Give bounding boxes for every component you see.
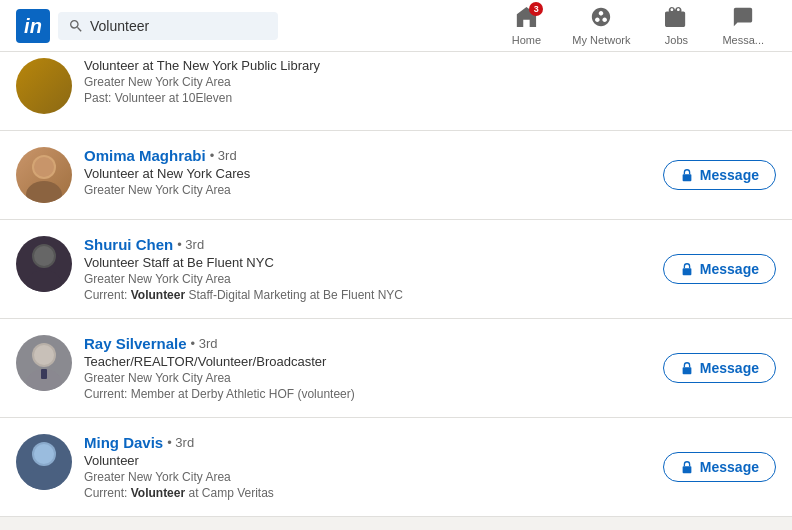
nav-jobs-label: Jobs bbox=[665, 34, 688, 46]
svg-point-15 bbox=[34, 444, 54, 464]
result-extra-label-ming: Current: bbox=[84, 486, 131, 500]
linkedin-logo[interactable]: in bbox=[16, 9, 50, 43]
home-badge: 3 bbox=[529, 2, 543, 16]
jobs-icon-wrapper bbox=[665, 6, 687, 32]
result-title-omima: Volunteer at New York Cares bbox=[84, 166, 647, 181]
result-degree-ray: • 3rd bbox=[191, 336, 218, 351]
message-label-ming: Message bbox=[700, 459, 759, 475]
nav-item-home[interactable]: 3 Home bbox=[496, 0, 556, 52]
message-label-ray: Message bbox=[700, 360, 759, 376]
result-info-ray: Ray Silvernale • 3rd Teacher/REALTOR/Vol… bbox=[84, 335, 647, 401]
search-bar bbox=[58, 12, 278, 40]
result-name-shurui[interactable]: Shurui Chen bbox=[84, 236, 173, 253]
message-label-omima: Message bbox=[700, 167, 759, 183]
result-info-shurui: Shurui Chen • 3rd Volunteer Staff at Be … bbox=[84, 236, 647, 302]
result-name-omima[interactable]: Omima Maghrabi bbox=[84, 147, 206, 164]
result-name-line-omima: Omima Maghrabi • 3rd bbox=[84, 147, 647, 164]
result-item-omima: Omima Maghrabi • 3rd Volunteer at New Yo… bbox=[0, 131, 792, 220]
result-name-line-ray: Ray Silvernale • 3rd bbox=[84, 335, 647, 352]
result-title-ming: Volunteer bbox=[84, 453, 647, 468]
result-extra-shurui: Current: Volunteer Staff-Digital Marketi… bbox=[84, 288, 647, 302]
result-extra-label-ray: Current: bbox=[84, 387, 131, 401]
nav-item-my-network[interactable]: My Network bbox=[560, 0, 642, 52]
nav-home-label: Home bbox=[512, 34, 541, 46]
nav-messaging-label: Messa... bbox=[722, 34, 764, 46]
result-item-ray: Ray Silvernale • 3rd Teacher/REALTOR/Vol… bbox=[0, 319, 792, 418]
result-extra-label-shurui: Current: bbox=[84, 288, 131, 302]
result-info-omima: Omima Maghrabi • 3rd Volunteer at New Yo… bbox=[84, 147, 647, 199]
svg-point-2 bbox=[34, 157, 54, 177]
avatar-omima[interactable] bbox=[16, 147, 72, 203]
nav-items: 3 Home My Network Jobs bbox=[496, 0, 776, 52]
svg-rect-16 bbox=[682, 466, 691, 473]
jobs-icon bbox=[665, 6, 687, 28]
result-location-ray: Greater New York City Area bbox=[84, 371, 647, 385]
result-location-shurui: Greater New York City Area bbox=[84, 272, 647, 286]
lock-icon-ming bbox=[680, 460, 694, 474]
result-extra-value: Volunteer at 10Eleven bbox=[115, 91, 232, 105]
message-button-ray[interactable]: Message bbox=[663, 353, 776, 383]
navbar: in 3 Home My Network bbox=[0, 0, 792, 52]
result-name-ray[interactable]: Ray Silvernale bbox=[84, 335, 187, 352]
nav-network-label: My Network bbox=[572, 34, 630, 46]
lock-icon-shurui bbox=[680, 262, 694, 276]
avatar-shurui[interactable] bbox=[16, 236, 72, 292]
result-name-line-ming: Ming Davis • 3rd bbox=[84, 434, 647, 451]
logo-letter: in bbox=[24, 16, 42, 36]
lock-icon-omima bbox=[680, 168, 694, 182]
search-input[interactable] bbox=[90, 18, 268, 34]
result-extra-ming: Current: Volunteer at Camp Veritas bbox=[84, 486, 647, 500]
avatar-ming[interactable] bbox=[16, 434, 72, 490]
avatar-image-shurui bbox=[16, 236, 72, 292]
result-item-partial: Volunteer at The New York Public Library… bbox=[0, 52, 792, 131]
result-title-shurui: Volunteer Staff at Be Fluent NYC bbox=[84, 255, 647, 270]
result-item-shurui: Shurui Chen • 3rd Volunteer Staff at Be … bbox=[0, 220, 792, 319]
svg-rect-7 bbox=[682, 268, 691, 275]
result-extra-value-ming: at Camp Veritas bbox=[185, 486, 274, 500]
result-extra-partial: Past: Volunteer at 10Eleven bbox=[84, 91, 776, 105]
svg-point-14 bbox=[26, 468, 62, 490]
result-extra-value-ray: Member at Derby Athletic HOF (volunteer) bbox=[131, 387, 355, 401]
network-icon-wrapper bbox=[590, 6, 612, 32]
result-extra-label: Past: bbox=[84, 91, 115, 105]
result-degree-ming: • 3rd bbox=[167, 435, 194, 450]
avatar-image-ming bbox=[16, 434, 72, 490]
result-extra-bold-shurui: Volunteer bbox=[131, 288, 185, 302]
svg-rect-3 bbox=[682, 174, 691, 181]
avatar-image-omima bbox=[16, 147, 72, 203]
result-item-ming: Ming Davis • 3rd Volunteer Greater New Y… bbox=[0, 418, 792, 517]
result-extra-bold-ming: Volunteer bbox=[131, 486, 185, 500]
result-info-ming: Ming Davis • 3rd Volunteer Greater New Y… bbox=[84, 434, 647, 500]
result-extra-value-shurui: Staff-Digital Marketing at Be Fluent NYC bbox=[185, 288, 403, 302]
result-info-partial: Volunteer at The New York Public Library… bbox=[84, 58, 776, 105]
nav-item-jobs[interactable]: Jobs bbox=[646, 0, 706, 52]
svg-point-1 bbox=[26, 181, 62, 203]
result-extra-ray: Current: Member at Derby Athletic HOF (v… bbox=[84, 387, 647, 401]
svg-rect-12 bbox=[682, 367, 691, 374]
avatar-partial bbox=[16, 58, 72, 114]
result-location-partial: Greater New York City Area bbox=[84, 75, 776, 89]
result-degree-shurui: • 3rd bbox=[177, 237, 204, 252]
svg-rect-11 bbox=[41, 369, 47, 379]
messaging-icon-wrapper bbox=[732, 6, 754, 32]
svg-point-10 bbox=[34, 345, 54, 365]
search-icon bbox=[68, 18, 84, 34]
nav-item-messaging[interactable]: Messa... bbox=[710, 0, 776, 52]
home-icon-wrapper: 3 bbox=[515, 6, 537, 32]
avatar-image-ray bbox=[16, 335, 72, 391]
avatar-ray[interactable] bbox=[16, 335, 72, 391]
result-location-ming: Greater New York City Area bbox=[84, 470, 647, 484]
message-button-omima[interactable]: Message bbox=[663, 160, 776, 190]
results-container: Volunteer at The New York Public Library… bbox=[0, 52, 792, 517]
svg-point-5 bbox=[26, 270, 62, 292]
result-degree-omima: • 3rd bbox=[210, 148, 237, 163]
result-name-line-shurui: Shurui Chen • 3rd bbox=[84, 236, 647, 253]
svg-point-6 bbox=[34, 246, 54, 266]
message-button-shurui[interactable]: Message bbox=[663, 254, 776, 284]
message-label-shurui: Message bbox=[700, 261, 759, 277]
result-location-omima: Greater New York City Area bbox=[84, 183, 647, 197]
result-title-ray: Teacher/REALTOR/Volunteer/Broadcaster bbox=[84, 354, 647, 369]
result-title-partial: Volunteer at The New York Public Library bbox=[84, 58, 776, 73]
result-name-ming[interactable]: Ming Davis bbox=[84, 434, 163, 451]
message-button-ming[interactable]: Message bbox=[663, 452, 776, 482]
